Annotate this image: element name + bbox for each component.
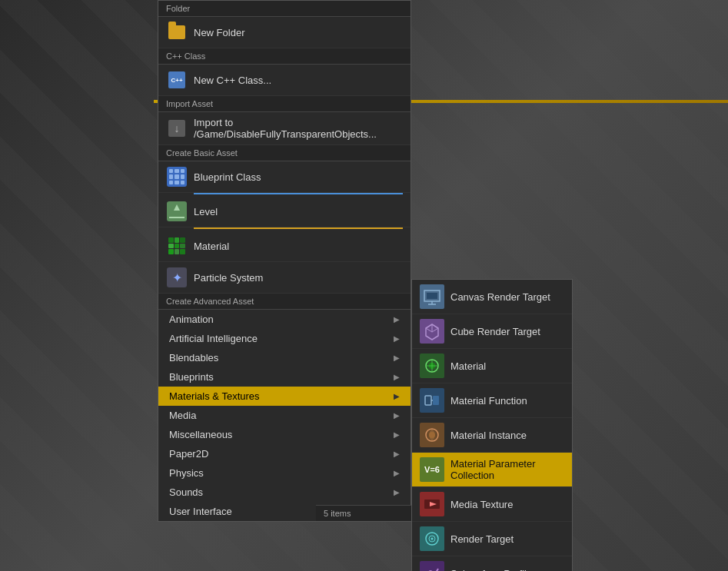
cpp-icon: C++: [166, 69, 188, 91]
physics-arrow: ▶: [394, 469, 400, 477]
sounds-arrow: ▶: [394, 488, 400, 496]
level-label: Level: [194, 206, 403, 217]
miscellaneous-label: Miscellaneous: [169, 429, 394, 440]
canvas-render-target-icon: [420, 284, 444, 309]
media-texture-icon: [420, 492, 444, 516]
animation-label: Animation: [169, 314, 394, 325]
render-target-label: Render Target: [450, 533, 514, 545]
blueprints-item[interactable]: Blueprints ▶: [158, 367, 411, 387]
material-instance-label: Material Instance: [450, 430, 527, 441]
sounds-item[interactable]: Sounds ▶: [158, 483, 411, 502]
new-folder-item[interactable]: New Folder: [158, 17, 411, 48]
submenu-material-item[interactable]: Material: [412, 349, 572, 383]
materials-textures-submenu: Canvas Render Target Cube Render Target: [411, 279, 573, 571]
subsurface-profile-label: Subsurface Profile: [450, 568, 532, 572]
blendables-label: Blendables: [169, 352, 394, 364]
new-folder-label: New Folder: [194, 27, 403, 38]
subsurface-profile-item[interactable]: Subsurface Profile: [412, 556, 572, 571]
material-instance-item[interactable]: Material Instance: [412, 418, 572, 453]
new-cpp-class-label: New C++ Class...: [194, 75, 403, 86]
context-menu: Folder New Folder C++ Class C++ New C++ …: [158, 0, 411, 522]
svg-text:V=6: V=6: [424, 465, 440, 474]
import-icon: ↓: [166, 118, 188, 139]
import-asset-item[interactable]: ↓ Import to /Game/DisableFullyTransparen…: [158, 112, 411, 145]
create-advanced-header: Create Advanced Asset: [158, 294, 411, 310]
submenu-material-label: Material: [450, 360, 486, 372]
svg-point-30: [431, 538, 434, 540]
paper2d-arrow: ▶: [394, 450, 400, 458]
particle-system-label: Particle System: [194, 272, 403, 284]
level-icon: [166, 201, 188, 222]
cube-render-target-icon: [420, 319, 444, 344]
particle-system-icon: ✦: [166, 267, 188, 288]
material-function-icon: [420, 388, 444, 413]
blendables-item[interactable]: Blendables ▶: [158, 348, 411, 367]
material-icon: [166, 235, 188, 257]
particle-system-item[interactable]: ✦ Particle System: [158, 262, 411, 294]
render-target-item[interactable]: Render Target: [412, 522, 572, 556]
material-parameter-collection-item[interactable]: V=6 Material Parameter Collection: [412, 453, 572, 487]
import-asset-label: Import to /Game/DisableFullyTransparentO…: [194, 117, 403, 140]
canvas-render-target-item[interactable]: Canvas Render Target: [412, 280, 572, 314]
media-texture-label: Media Texture: [450, 499, 513, 510]
animation-item[interactable]: Animation ▶: [158, 310, 411, 329]
media-label: Media: [169, 410, 394, 421]
material-instance-icon: [420, 423, 444, 447]
material-function-item[interactable]: Material Function: [412, 383, 572, 418]
blendables-arrow: ▶: [394, 354, 400, 362]
physics-item[interactable]: Physics ▶: [158, 463, 411, 483]
material-function-label: Material Function: [450, 395, 527, 407]
folder-section-header: Folder: [158, 1, 411, 17]
miscellaneous-item[interactable]: Miscellaneous ▶: [158, 425, 411, 444]
media-arrow: ▶: [394, 411, 400, 420]
cpp-section-header: C++ Class: [158, 48, 411, 65]
media-texture-item[interactable]: Media Texture: [412, 487, 572, 522]
material-parameter-collection-label: Material Parameter Collection: [450, 458, 564, 481]
blueprints-arrow: ▶: [394, 373, 400, 381]
svg-rect-17: [433, 396, 439, 405]
item-count: 5 items: [324, 509, 351, 518]
ai-arrow: ▶: [394, 334, 400, 343]
sounds-label: Sounds: [169, 486, 394, 498]
render-target-icon: [420, 526, 444, 551]
animation-arrow: ▶: [394, 315, 400, 324]
material-label: Material: [194, 241, 403, 252]
miscellaneous-arrow: ▶: [394, 430, 400, 439]
svg-rect-2: [427, 293, 437, 299]
canvas-render-target-label: Canvas Render Target: [450, 291, 550, 303]
material-item[interactable]: Material: [158, 231, 411, 262]
new-cpp-class-item[interactable]: C++ New C++ Class...: [158, 65, 411, 96]
physics-label: Physics: [169, 467, 394, 479]
level-underline: [194, 227, 403, 229]
paper2d-item[interactable]: Paper2D ▶: [158, 444, 411, 463]
media-item[interactable]: Media ▶: [158, 406, 411, 425]
blueprint-class-item[interactable]: Blueprint Class: [158, 161, 411, 193]
create-basic-header: Create Basic Asset: [158, 145, 411, 161]
submenu-material-icon: [420, 354, 444, 378]
materials-textures-arrow: ▶: [394, 392, 400, 400]
paper2d-label: Paper2D: [169, 448, 394, 460]
cube-render-target-item[interactable]: Cube Render Target: [412, 314, 572, 349]
material-parameter-collection-icon: V=6: [420, 457, 444, 482]
blueprint-class-label: Blueprint Class: [194, 171, 403, 183]
folder-icon: [166, 22, 188, 43]
subsurface-profile-icon: [420, 561, 444, 571]
blueprint-underline: [194, 193, 403, 194]
cube-render-target-label: Cube Render Target: [450, 326, 540, 337]
artificial-intelligence-label: Artificial Intelligence: [169, 333, 394, 344]
blueprint-class-icon: [166, 166, 188, 188]
materials-textures-label: Materials & Textures: [169, 390, 394, 402]
artificial-intelligence-item[interactable]: Artificial Intelligence ▶: [158, 329, 411, 348]
blueprints-label: Blueprints: [169, 371, 394, 383]
import-section-header: Import Asset: [158, 96, 411, 112]
level-item[interactable]: Level: [158, 196, 411, 227]
materials-textures-item[interactable]: Materials & Textures ▶: [158, 387, 411, 406]
svg-rect-31: [421, 563, 443, 571]
